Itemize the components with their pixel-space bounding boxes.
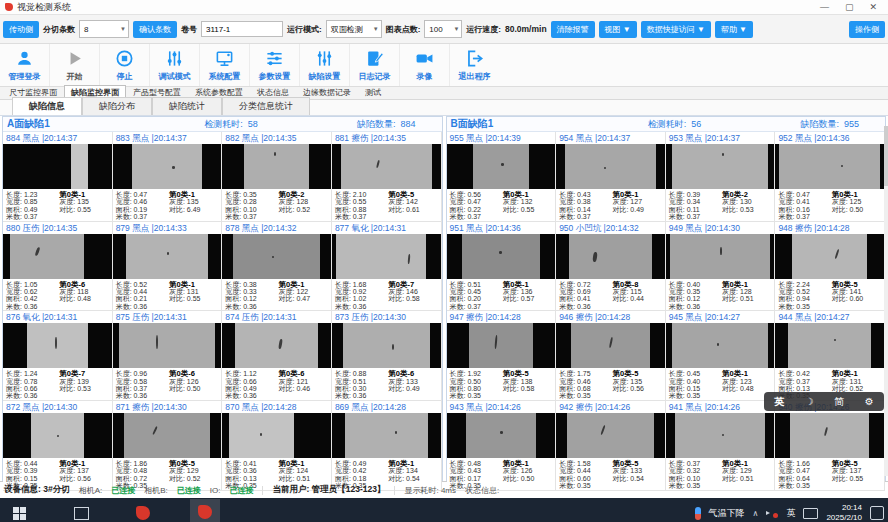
defect-cell[interactable]: 942 擦伤 |20:14:26 长度: 1.58宽度: 0.44 面积: 0.… [556,401,666,491]
defect-image[interactable] [113,413,222,458]
defect-cell[interactable]: 877 氧化 |20:14:31 长度: 1.68宽度: 0.92 面积: 1.… [332,222,442,312]
param-settings-button[interactable]: 参数设置 [249,44,299,86]
maximize-button[interactable]: ▢ [845,2,854,12]
sub-tab-0[interactable]: 缺陷信息 [12,97,82,115]
clear-alarm-button[interactable]: 清除报警 [551,21,595,38]
defect-image[interactable] [556,323,665,368]
debug-mode-button[interactable]: 调试模式 [149,44,199,86]
defect-image[interactable] [222,413,331,458]
tray-chevron-up-icon[interactable]: ∧ [753,509,759,518]
chart-points-select[interactable]: 100▼ [424,20,462,38]
defect-image[interactable] [222,234,331,279]
stop-button[interactable]: 停止 [99,44,149,86]
defect-cell[interactable]: 953 黑点 |20:14:37 长度: 0.39宽度: 0.34 面积: 0.… [666,132,776,222]
defect-cell[interactable]: 946 擦伤 |20:14:28 长度: 1.75宽度: 0.46 面积: 0.… [556,311,666,401]
defect-image[interactable] [666,234,775,279]
admin-login-button[interactable]: 管理登录 [0,44,49,86]
data-quick-access-menu-button[interactable]: 数据快捷访问 ▼ [641,21,711,38]
start-button[interactable]: 开始 [49,44,99,86]
defect-image[interactable] [222,144,331,189]
defect-image[interactable] [666,144,775,189]
defect-cell[interactable]: 875 压伤 |20:14:31 长度: 0.96宽度: 0.58 面积: 0.… [113,311,223,401]
defect-image[interactable] [332,323,441,368]
keyboard-icon[interactable] [803,508,818,519]
defect-cell[interactable]: 873 压伤 |20:14:30 长度: 0.88宽度: 0.51 面积: 0.… [332,311,442,401]
log-record-button[interactable]: 日志记录 [349,44,399,86]
defect-cell[interactable]: 943 黑点 |20:14:26 长度: 0.48宽度: 0.43 面积: 0.… [447,401,557,491]
minimize-button[interactable]: — [820,2,829,12]
task-view-button[interactable] [66,500,96,522]
defect-settings-button[interactable]: 缺陷设置 [299,44,349,86]
defect-cell[interactable]: 941 黑点 |20:14:26 长度: 0.37宽度: 0.32 面积: 0.… [666,401,776,491]
defect-cell[interactable]: 880 压伤 |20:14:35 长度: 1.05宽度: 0.62 面积: 0.… [3,222,113,312]
main-tab-6[interactable]: 测试 [358,85,388,99]
defect-image[interactable] [556,144,665,189]
defect-cell[interactable]: 884 黑点 |20:14:37 长度: 1.23宽度: 0.85 面积: 0.… [3,132,113,222]
defect-image[interactable] [3,234,112,279]
defect-image[interactable] [3,413,112,458]
defect-cell[interactable]: 950 小凹坑 |20:14:32 长度: 0.72宽度: 0.69 面积: 0… [556,222,666,312]
confirm-count-button[interactable]: 确认条数 [133,21,177,38]
defect-cell[interactable]: 879 黑点 |20:14:33 长度: 0.52宽度: 0.44 面积: 0.… [113,222,223,312]
language-indicator[interactable]: 英 [786,507,795,520]
defect-cell[interactable]: 869 黑点 |20:14:28 长度: 0.49宽度: 0.42 面积: 0.… [332,401,442,491]
defect-image[interactable] [775,144,884,189]
defect-cell[interactable]: 881 擦伤 |20:14:35 长度: 2.10宽度: 0.55 面积: 0.… [332,132,442,222]
defect-image[interactable] [332,234,441,279]
notification-center-icon[interactable] [870,506,884,520]
defect-image[interactable] [332,413,441,458]
defect-cell[interactable]: 876 氧化 |20:14:31 长度: 1.24宽度: 0.78 面积: 0.… [3,311,113,401]
exit-program-button[interactable]: 退出程序 [449,44,499,86]
defect-image[interactable] [556,234,665,279]
defect-image[interactable] [556,413,665,458]
defect-cell[interactable]: 947 擦伤 |20:14:28 长度: 1.92宽度: 0.50 面积: 0.… [447,311,557,401]
defect-cell[interactable]: 870 黑点 |20:14:28 长度: 0.41宽度: 0.36 面积: 0.… [222,401,332,491]
defect-cell[interactable]: 882 黑点 |20:14:35 长度: 0.35宽度: 0.28 面积: 0.… [222,132,332,222]
defect-image[interactable] [113,323,222,368]
defect-cell[interactable]: 940 擦伤 |20:14:26 长度: 1.66宽度: 0.47 面积: 0.… [775,401,885,491]
defect-image[interactable] [447,323,556,368]
defect-image[interactable] [447,413,556,458]
ime-toolbar[interactable]: 英 ☽ 简 ⚙ [764,392,884,411]
defect-image[interactable] [113,234,222,279]
defect-cell[interactable]: 954 黑点 |20:14:37 长度: 0.43宽度: 0.38 面积: 0.… [556,132,666,222]
sub-tab-1[interactable]: 缺陷分布 [82,97,152,115]
sub-tab-2[interactable]: 缺陷统计 [152,97,222,115]
defect-image[interactable] [332,144,441,189]
defect-cell[interactable]: 948 擦伤 |20:14:28 长度: 2.24宽度: 0.52 面积: 0.… [775,222,885,312]
defect-image[interactable] [3,144,112,189]
defect-image[interactable] [3,323,112,368]
defect-image[interactable] [447,234,556,279]
volume-icon[interactable] [766,508,778,518]
defect-cell[interactable]: 871 擦伤 |20:14:30 长度: 1.86宽度: 0.48 面积: 0.… [113,401,223,491]
defect-image[interactable] [447,144,556,189]
defect-image[interactable] [666,323,775,368]
defect-cell[interactable]: 945 黑点 |20:14:27 长度: 0.45宽度: 0.40 面积: 0.… [666,311,776,401]
defect-image[interactable] [775,413,884,458]
defect-cell[interactable]: 955 黑点 |20:14:39 长度: 0.56宽度: 0.47 面积: 0.… [447,132,557,222]
system-config-button[interactable]: 系统配置 [199,44,249,86]
defect-cell[interactable]: 949 黑点 |20:14:30 长度: 0.40宽度: 0.35 面积: 0.… [666,222,776,312]
defect-image[interactable] [775,234,884,279]
taskbar-app-1[interactable] [128,500,158,522]
slit-count-select[interactable]: 8▼ [79,20,129,38]
coil-number-input[interactable] [201,21,283,37]
operate-side-button[interactable]: 操作侧 [849,21,885,38]
gear-icon[interactable]: ⚙ [865,396,874,407]
taskbar-app-2-active[interactable] [190,499,220,522]
defect-image[interactable] [113,144,222,189]
defect-cell[interactable]: 874 压伤 |20:14:31 长度: 1.12宽度: 0.66 面积: 0.… [222,311,332,401]
defect-image[interactable] [222,323,331,368]
start-button[interactable] [4,500,34,522]
vertical-scrollbar[interactable] [884,126,888,476]
defect-cell[interactable]: 878 黑点 |20:14:32 长度: 0.38宽度: 0.33 面积: 0.… [222,222,332,312]
defect-cell[interactable]: 883 黑点 |20:14:37 长度: 0.47宽度: 0.46 面积: 0.… [113,132,223,222]
ime-lang-en[interactable]: 英 [774,395,784,409]
run-mode-select[interactable]: 双面检测▼ [326,20,382,38]
defect-cell[interactable]: 951 黑点 |20:14:36 长度: 0.51宽度: 0.45 面积: 0.… [447,222,557,312]
defect-image[interactable] [775,323,884,368]
defect-cell[interactable]: 872 黑点 |20:14:30 长度: 0.44宽度: 0.39 面积: 0.… [3,401,113,491]
defect-cell[interactable]: 952 黑点 |20:14:36 长度: 0.47宽度: 0.41 面积: 0.… [775,132,885,222]
drive-side-button[interactable]: 传动侧 [3,21,39,38]
ime-simplified[interactable]: 简 [834,395,844,409]
